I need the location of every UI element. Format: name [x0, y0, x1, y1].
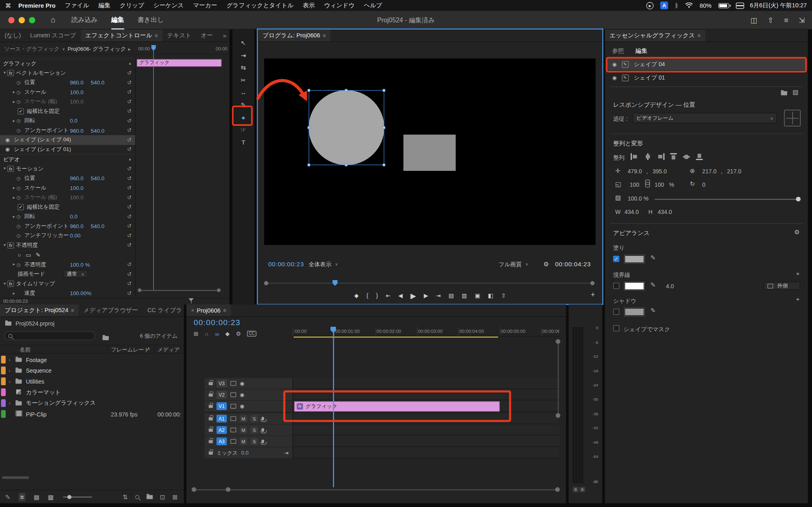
pen-tool[interactable]: ✎	[233, 99, 255, 112]
selection-handle[interactable]	[308, 89, 310, 91]
label-color-chip[interactable]	[1, 356, 6, 363]
track-header[interactable]: A3MS	[205, 436, 293, 447]
twirl-icon[interactable]: ›	[9, 379, 11, 384]
lock-icon[interactable]	[209, 416, 213, 421]
zoom-handle[interactable]	[226, 487, 230, 492]
fill-eyedropper-icon[interactable]: ✎	[650, 254, 656, 261]
stopwatch-icon[interactable]: ◷	[17, 185, 23, 190]
edit-layer-icon[interactable]: ✎	[622, 61, 629, 68]
effect-row[interactable]: ✓縦横比を固定↺	[0, 106, 135, 116]
effect-row[interactable]: ✓縦横比を固定↺	[0, 202, 135, 212]
stroke-style-select[interactable]: 外側	[764, 282, 800, 290]
export-button[interactable]: ⇧	[501, 292, 506, 299]
panel-menu-icon[interactable]: ≡	[71, 308, 74, 313]
align-center-vertical-icon[interactable]	[682, 153, 690, 160]
app-mode-tab[interactable]: 書き出し	[138, 11, 164, 30]
lock-icon[interactable]	[209, 427, 213, 433]
appearance-wrench-icon[interactable]: ⚙	[794, 228, 800, 235]
mini-timeline-scrollbar[interactable]	[138, 288, 220, 292]
selection-handle[interactable]	[345, 164, 347, 166]
reset-icon[interactable]: ↺	[127, 118, 132, 123]
effect-row[interactable]: 描画モード通常∨↺	[0, 269, 135, 279]
timeline-settings-icon[interactable]: ⚙	[236, 330, 241, 337]
filter-icon[interactable]	[188, 298, 194, 304]
stroke-eyedropper-icon[interactable]: ✎	[650, 281, 656, 289]
reset-icon[interactable]: ↺	[127, 127, 132, 133]
property-value[interactable]: 0.00	[70, 233, 80, 239]
timeline-horizontal-scrollbar[interactable]	[192, 489, 558, 490]
add-shadow-icon[interactable]: +	[796, 296, 799, 303]
stopwatch-icon[interactable]: ◷	[17, 80, 23, 85]
mask-ellipse-icon[interactable]: ○	[17, 252, 21, 258]
add-marker-button[interactable]: ◆	[354, 292, 359, 299]
effect-row[interactable]: ▸◷スケール (幅)100.0↺	[0, 97, 135, 107]
apple-menu-icon[interactable]: ⌘	[5, 2, 11, 9]
tab-panel[interactable]: オー	[196, 30, 218, 41]
property-value[interactable]: 100.00%	[70, 290, 91, 296]
new-item-button[interactable]: ⊡	[160, 493, 165, 501]
go-to-out-button[interactable]: ⇥	[436, 292, 441, 299]
property-value[interactable]: 100.0 %	[70, 261, 90, 268]
mute-button[interactable]: M	[240, 438, 247, 445]
app-mode-tab[interactable]: 読み込み	[71, 11, 98, 30]
snap-icon[interactable]: ∩	[205, 330, 209, 337]
solo-button[interactable]: S	[251, 427, 258, 434]
panel-menu-icon[interactable]: ≡	[698, 32, 700, 38]
extract-button[interactable]: ▥	[462, 292, 467, 299]
height-value[interactable]: 434.0	[658, 209, 672, 215]
timeline-timecode[interactable]: 00:00:00:23	[194, 318, 240, 327]
lift-button[interactable]: ▤	[449, 292, 454, 299]
mark-in-button[interactable]: {	[366, 293, 368, 299]
align-center-horizontal-icon[interactable]	[644, 153, 651, 160]
effect-row[interactable]: ◷アンカーポイント960.0540.0↺	[0, 221, 135, 231]
effect-row[interactable]: ▸◷スケール100.0↺	[0, 183, 135, 193]
property-value[interactable]: 540.0	[91, 127, 105, 133]
step-forward-button[interactable]: ▶	[424, 292, 428, 299]
property-value[interactable]: 540.0	[91, 175, 105, 181]
selection-bounding-box[interactable]	[309, 90, 384, 165]
track-output-icon[interactable]: ◉	[240, 403, 244, 409]
fill-checkbox[interactable]: ✓	[613, 256, 619, 262]
selection-handle[interactable]	[345, 89, 347, 91]
property-value[interactable]: 100.0	[70, 185, 84, 191]
tab-panel[interactable]: (なし)	[0, 30, 26, 41]
new-layer-icon[interactable]: ▤	[793, 88, 798, 96]
icon-view-button[interactable]: ▦	[34, 493, 39, 501]
property-value[interactable]: 540.0	[91, 79, 105, 85]
effect-row[interactable]: ○▭✎	[0, 250, 135, 260]
settings-wrench-icon[interactable]: ⚙	[543, 261, 549, 268]
timeline-clip[interactable]: fxグラフィック	[294, 401, 499, 412]
selection-handle[interactable]	[383, 89, 385, 91]
playback-quality-select[interactable]: フル画質∨	[499, 261, 528, 268]
program-video-area[interactable]	[264, 58, 596, 245]
twirl-icon[interactable]: ▸	[11, 262, 17, 267]
tab-effect-controls[interactable]: エフェクトコントロール≡	[80, 30, 162, 41]
effect-row[interactable]: ▸◷回転0.0↺	[0, 212, 135, 222]
stopwatch-icon[interactable]: ◷	[17, 214, 23, 219]
label-color-chip[interactable]	[1, 378, 6, 385]
insert-sequence-icon[interactable]: ⊞	[194, 330, 199, 337]
menubar-item[interactable]: ファイル	[65, 2, 89, 9]
linked-selection-icon[interactable]: ∞	[215, 330, 219, 337]
sort-asc-icon[interactable]: ∧	[147, 346, 150, 351]
tab-essential-graphics[interactable]: エッセンシャルグラフィックス ≡	[605, 30, 705, 41]
twirl-icon[interactable]: ▾	[2, 281, 7, 286]
program-playhead[interactable]	[333, 280, 338, 286]
track-output-icon[interactable]: ◉	[240, 392, 244, 398]
lock-icon[interactable]	[209, 438, 213, 444]
eye-icon[interactable]: ◉	[612, 75, 617, 80]
mask-rectangle-icon[interactable]: ▭	[26, 252, 31, 259]
menubar-item[interactable]: クリップ	[120, 2, 144, 9]
label-color-chip[interactable]	[1, 410, 6, 418]
column-name[interactable]: 名前	[19, 346, 30, 354]
sort-icon[interactable]: ⇅	[123, 493, 128, 501]
eg-layer-row[interactable]: ◉✎シェイプ 04	[607, 58, 806, 71]
effect-layer-row[interactable]: ◉シェイプ (シェイプ 01)↺	[0, 145, 135, 155]
opacity-value[interactable]: 100.0 %	[628, 195, 648, 201]
menubar-item[interactable]: グラフィックとタイトル	[227, 2, 294, 9]
edit-layer-icon[interactable]: ✎	[622, 74, 629, 81]
opacity-slider-knob[interactable]	[796, 197, 800, 201]
scale-y-value[interactable]: 100	[654, 182, 664, 188]
razor-tool[interactable]: ✂	[233, 74, 255, 86]
align-bottom-icon[interactable]	[695, 153, 703, 160]
